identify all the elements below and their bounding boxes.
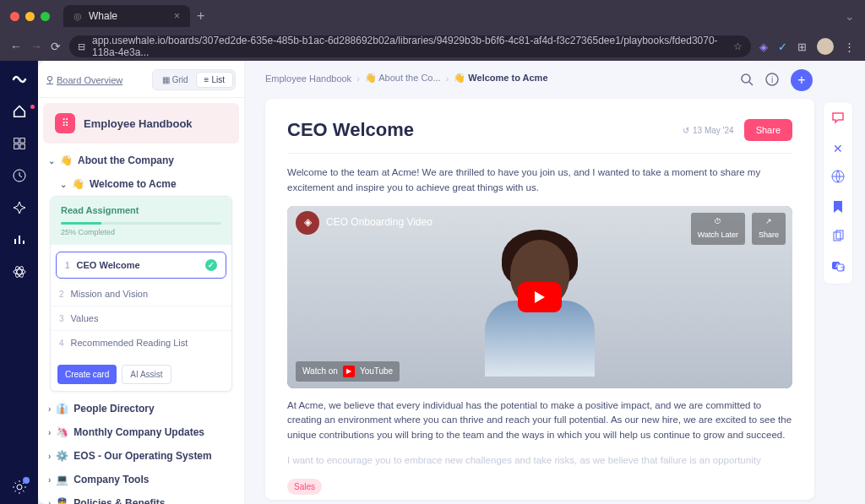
svg-rect-2	[14, 144, 18, 149]
watch-later-button[interactable]: ⏱Watch Later	[691, 213, 745, 245]
extensions-icon[interactable]: ⊞	[797, 41, 807, 53]
browser-menu-icon[interactable]: ⋮	[844, 41, 855, 53]
bookmark-icon[interactable]	[832, 200, 844, 216]
section-emoji: ⚙️	[56, 450, 68, 462]
card-number: 3	[59, 314, 64, 323]
ext-1-icon[interactable]: ◈	[759, 41, 768, 53]
card-reading-list[interactable]: 4 Recommended Reading List	[51, 331, 231, 355]
section-emoji: 🦄	[56, 426, 68, 438]
logo-icon[interactable]	[11, 71, 28, 88]
tag-sales[interactable]: Sales	[287, 479, 322, 496]
progress-text: 25% Completed	[61, 228, 221, 236]
sidebar: ⚲ Board Overview ▦ Grid ≡ List ⠿ Employe…	[38, 61, 245, 504]
video-controls-top: ⏱Watch Later ↗Share	[691, 213, 786, 245]
document-header: CEO Welcome ↺ 13 May '24 Share	[287, 119, 792, 154]
copy-icon[interactable]	[831, 230, 845, 246]
section-company-tools[interactable]: › 💻 Company Tools	[45, 468, 237, 491]
chevron-right-icon: ›	[356, 73, 360, 84]
home-icon[interactable]	[11, 103, 28, 120]
card-label: Mission and Vision	[71, 289, 149, 299]
svg-text:文: 文	[841, 265, 845, 271]
tab-close-icon[interactable]: ×	[174, 10, 180, 22]
svg-text:A: A	[835, 263, 840, 268]
tab-dropdown-icon[interactable]: ⌄	[845, 9, 855, 23]
section-emoji: 👋	[72, 178, 84, 190]
reload-button[interactable]: ⟳	[51, 40, 61, 53]
help-icon[interactable]: i	[765, 73, 779, 89]
body-paragraph-faded: I want to encourage you to embrace new c…	[287, 453, 792, 469]
section-label: Monthly Company Updates	[73, 426, 204, 438]
browser-tab[interactable]: ◎ Whale ×	[63, 5, 190, 27]
list-view-button[interactable]: ≡ List	[196, 72, 233, 88]
window-minimize[interactable]	[25, 12, 35, 21]
svg-point-9	[742, 74, 750, 83]
section-label: Company Tools	[73, 474, 149, 485]
read-assignment-label: Read Assignment	[61, 205, 221, 215]
board-overview-link[interactable]: ⚲ Board Overview	[46, 74, 122, 85]
time-icon[interactable]	[11, 167, 28, 184]
sparkle-icon[interactable]	[11, 199, 28, 216]
list-label: List	[211, 75, 225, 84]
chat-icon[interactable]	[830, 111, 846, 128]
bookmark-star-icon[interactable]: ☆	[733, 41, 743, 52]
app-root: ⚲ Board Overview ▦ Grid ≡ List ⠿ Employe…	[0, 61, 865, 504]
svg-point-5	[14, 269, 25, 274]
card-mission-vision[interactable]: 2 Mission and Vision	[51, 282, 231, 306]
card-values[interactable]: 3 Values	[51, 306, 231, 331]
section-emoji: 👮	[56, 497, 68, 504]
grid-view-button[interactable]: ▦ Grid	[155, 72, 196, 88]
handbook-icon: ⠿	[55, 113, 75, 133]
sidebar-tree: ⌄ 👋 About the Company ⌄ 👋 Welcome to Acm…	[38, 149, 244, 504]
playbook-welcome-acme[interactable]: ⌄ 👋 Welcome to Acme	[45, 172, 237, 196]
new-tab-button[interactable]: +	[197, 8, 204, 24]
window-close[interactable]	[10, 12, 19, 21]
right-action-rail: ✕ A文	[823, 101, 853, 285]
card-list: 1 CEO Welcome ✓ 2 Mission and Vision 3 V…	[51, 245, 231, 358]
sidebar-header: ⚲ Board Overview ▦ Grid ≡ List	[38, 61, 244, 98]
site-info-icon[interactable]: ⊟	[78, 41, 85, 52]
main-area: Employee Handbook › 👋 About the Co... › …	[245, 61, 865, 504]
video-share-button[interactable]: ↗Share	[752, 213, 786, 245]
ai-assist-button[interactable]: AI Assist	[122, 365, 171, 384]
section-company-updates[interactable]: › 🦄 Monthly Company Updates	[45, 420, 237, 444]
address-bar[interactable]: ⊟ app.usewhale.io/boards/307ed2de-635e-4…	[69, 35, 751, 57]
view-toggle: ▦ Grid ≡ List	[152, 69, 236, 90]
card-ceo-welcome[interactable]: 1 CEO Welcome ✓	[56, 252, 226, 279]
ext-2-icon[interactable]: ✓	[778, 41, 787, 53]
section-policies[interactable]: › 👮 Policies & Benefits	[45, 491, 237, 504]
watch-on-youtube[interactable]: Watch on ▶ YouTube	[296, 361, 400, 382]
forward-button[interactable]: →	[30, 40, 42, 53]
chevron-down-icon: ⌄	[48, 156, 55, 165]
section-people-directory[interactable]: › 👔 People Directory	[45, 397, 237, 420]
close-icon[interactable]: ✕	[833, 142, 843, 155]
share-button[interactable]: Share	[744, 119, 792, 141]
window-maximize[interactable]	[41, 12, 50, 21]
progress-bar	[61, 222, 221, 225]
analytics-icon[interactable]	[11, 231, 28, 248]
back-button[interactable]: ←	[10, 40, 22, 53]
globe-icon[interactable]	[830, 169, 846, 187]
profile-avatar[interactable]	[817, 38, 834, 55]
section-label: People Directory	[73, 403, 154, 415]
search-icon[interactable]	[740, 73, 753, 89]
section-about-company[interactable]: ⌄ 👋 About the Company	[45, 149, 237, 172]
breadcrumb-item[interactable]: 👋 About the Co...	[365, 73, 441, 84]
create-card-button[interactable]: Create card	[57, 365, 117, 384]
settings-icon[interactable]	[11, 479, 28, 496]
play-button[interactable]	[518, 282, 562, 312]
content-area: ⚲ Board Overview ▦ Grid ≡ List ⠿ Employe…	[38, 61, 865, 504]
svg-rect-3	[19, 144, 24, 149]
card-actions: Create card AI Assist	[51, 358, 231, 391]
handbook-header: ⠿ Employee Handbook	[43, 103, 239, 144]
browser-toolbar: ← → ⟳ ⊟ app.usewhale.io/boards/307ed2de-…	[0, 32, 865, 61]
add-button[interactable]: +	[791, 69, 813, 91]
dashboard-icon[interactable]	[11, 135, 28, 152]
section-eos[interactable]: › ⚙️ EOS - Our Operating System	[45, 444, 237, 468]
tab-favicon: ◎	[73, 11, 82, 22]
translate-icon[interactable]: A文	[831, 259, 845, 275]
atom-icon[interactable]	[11, 263, 28, 280]
embedded-video[interactable]: ◈ CEO Onboarding Video ⏱Watch Later ↗Sha…	[287, 206, 792, 388]
breadcrumb-item[interactable]: Employee Handbook	[265, 73, 351, 84]
tab-title: Whale	[89, 10, 117, 22]
playbook-panel: Read Assignment 25% Completed 1 CEO Welc…	[50, 196, 232, 392]
